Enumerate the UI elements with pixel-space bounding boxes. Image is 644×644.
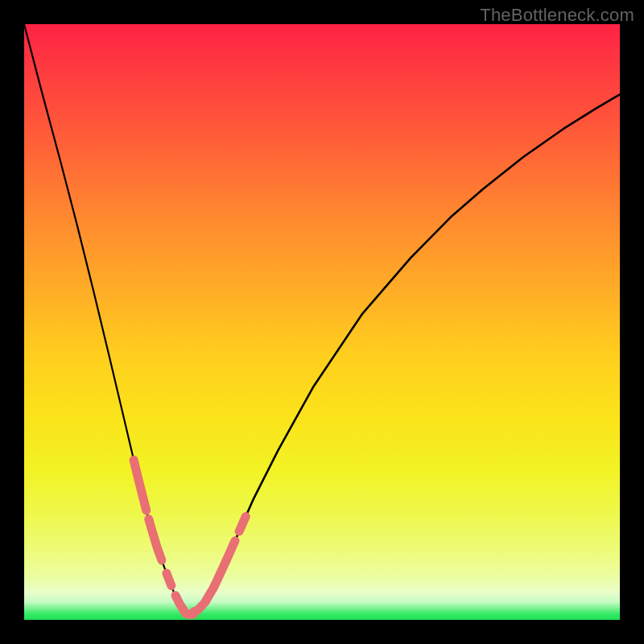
left-curve xyxy=(24,24,187,614)
highlight-bands xyxy=(134,460,246,615)
curves-svg xyxy=(24,24,620,620)
plot-area xyxy=(24,24,620,620)
highlight-band xyxy=(217,541,235,580)
highlight-band xyxy=(204,583,216,603)
highlight-band xyxy=(149,519,162,560)
highlight-band xyxy=(134,460,147,510)
right-curve xyxy=(187,94,620,614)
highlight-band xyxy=(193,605,202,612)
highlight-band xyxy=(239,517,246,531)
chart-frame: TheBottleneck.com xyxy=(0,0,644,644)
watermark-text: TheBottleneck.com xyxy=(480,5,634,26)
highlight-band xyxy=(167,573,171,586)
